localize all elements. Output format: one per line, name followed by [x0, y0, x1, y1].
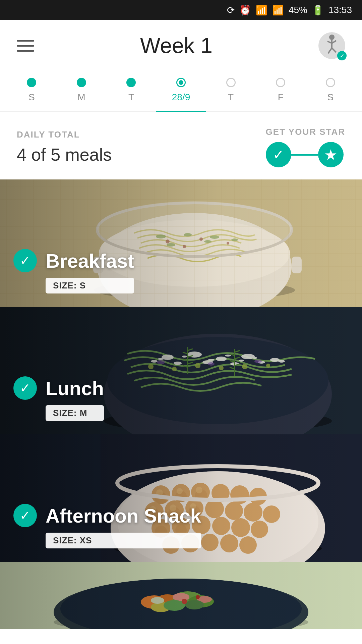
- snack-check-icon: ✓: [13, 504, 37, 527]
- daily-total-label: DAILY TOTAL: [17, 129, 112, 140]
- svg-line-4: [328, 48, 332, 53]
- daily-total-right: GET YOUR STAR ✓ ★: [266, 127, 345, 167]
- daily-total-section: DAILY TOTAL 4 of 5 meals GET YOUR STAR ✓…: [0, 112, 362, 179]
- lunch-check-icon: ✓: [13, 376, 37, 400]
- day-wednesday[interactable]: 28/9: [156, 71, 206, 112]
- day-dot-t2: [226, 78, 236, 87]
- breakfast-size: SIZE: S: [46, 278, 134, 293]
- meal-card-dinner[interactable]: [0, 562, 362, 629]
- snack-size: SIZE: XS: [46, 533, 201, 548]
- star-progress: ✓ ★: [266, 142, 345, 167]
- day-friday[interactable]: F: [256, 71, 306, 112]
- meal-card-snack[interactable]: ✓ Afternoon Snack SIZE: XS: [0, 434, 362, 562]
- breakfast-name: Breakfast: [46, 250, 134, 272]
- day-label-m: M: [77, 92, 85, 103]
- page-title: Week 1: [140, 33, 213, 58]
- lunch-size: SIZE: M: [46, 405, 104, 421]
- day-label-w: 28/9: [172, 92, 190, 103]
- star-icon-circle: ★: [318, 142, 344, 167]
- meal-card-breakfast[interactable]: ✓ Breakfast SIZE: S: [0, 179, 362, 307]
- star-check-circle: ✓: [266, 142, 291, 167]
- battery-percent: 45%: [289, 5, 307, 15]
- daily-total-left: DAILY TOTAL 4 of 5 meals: [17, 129, 112, 165]
- day-monday[interactable]: M: [57, 71, 107, 112]
- day-sunday-1[interactable]: S: [7, 71, 57, 112]
- lunch-name: Lunch: [46, 377, 104, 399]
- clock: 13:53: [328, 5, 352, 15]
- meal-card-lunch[interactable]: ✓ Lunch SIZE: M: [0, 307, 362, 434]
- signal-icon: 📶: [272, 5, 284, 16]
- sync-icon: ⟳: [227, 5, 235, 16]
- day-thursday[interactable]: T: [206, 71, 256, 112]
- star-progress-line: [291, 154, 318, 156]
- battery-icon: 🔋: [312, 5, 324, 16]
- day-label-s1: S: [28, 92, 35, 103]
- header: Week 1 ✓: [0, 20, 362, 71]
- avatar-check-icon: ✓: [337, 51, 347, 60]
- day-selector: S M T 28/9 T F S: [0, 71, 362, 112]
- day-dot-f: [276, 78, 285, 87]
- breakfast-check-icon: ✓: [13, 249, 37, 272]
- day-label-t2: T: [228, 92, 234, 103]
- svg-point-0: [329, 35, 335, 40]
- day-tuesday[interactable]: T: [106, 71, 156, 112]
- day-dot-s1: [27, 78, 36, 87]
- day-label-t1: T: [128, 92, 134, 103]
- day-label-s2: S: [327, 92, 334, 103]
- snack-name: Afternoon Snack: [46, 504, 201, 527]
- wifi-icon: 📶: [256, 5, 267, 16]
- breakfast-info: ✓ Breakfast SIZE: S: [13, 249, 134, 293]
- day-dot-m: [77, 78, 86, 87]
- day-dot-s2: [326, 78, 335, 87]
- status-icons: ⟳ ⏰ 📶 📶 45% 🔋 13:53: [227, 5, 352, 16]
- status-bar: ⟳ ⏰ 📶 📶 45% 🔋 13:53: [0, 0, 362, 20]
- lunch-info: ✓ Lunch SIZE: M: [13, 376, 104, 421]
- avatar[interactable]: ✓: [318, 32, 345, 59]
- day-dot-t1: [126, 78, 136, 87]
- day-label-f: F: [278, 92, 284, 103]
- star-label: GET YOUR STAR: [266, 127, 345, 137]
- svg-line-5: [332, 48, 336, 52]
- meal-cards: ✓ Breakfast SIZE: S: [0, 179, 362, 629]
- lunch-check-row: ✓ Lunch: [13, 376, 104, 400]
- dinner-overlay: [0, 562, 362, 629]
- daily-total-value: 4 of 5 meals: [17, 145, 112, 165]
- day-saturday[interactable]: S: [305, 71, 355, 112]
- snack-info: ✓ Afternoon Snack SIZE: XS: [13, 504, 201, 548]
- snack-check-row: ✓ Afternoon Snack: [13, 504, 201, 527]
- day-dot-w: [176, 78, 186, 87]
- alarm-icon: ⏰: [239, 5, 251, 16]
- menu-button[interactable]: [17, 40, 34, 52]
- breakfast-check-row: ✓ Breakfast: [13, 249, 134, 272]
